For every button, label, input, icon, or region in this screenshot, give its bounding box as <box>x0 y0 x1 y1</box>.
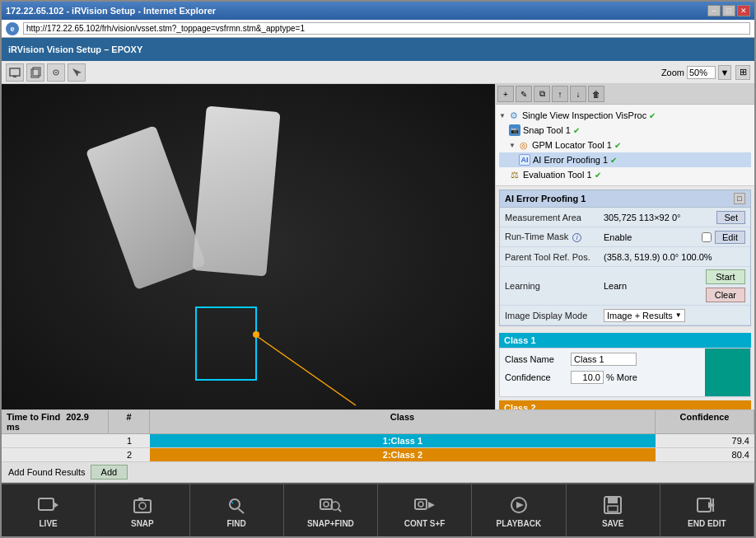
expand-btn[interactable]: ⊞ <box>735 65 750 80</box>
mask-value: Enable <box>604 232 702 242</box>
start-button[interactable]: Start <box>706 269 745 284</box>
class1-section: Class 1 Class Name Confidence % More <box>499 333 751 397</box>
right-btn-add[interactable]: + <box>497 86 514 102</box>
toolbar-btn-2[interactable] <box>26 63 44 82</box>
info-icon: i <box>572 233 581 242</box>
live-label: LIVE <box>40 519 58 528</box>
config-expand-btn[interactable]: □ <box>734 193 745 204</box>
main-area: + ✎ ⧉ ↑ ↓ 🗑 ▼ ⚙ Single View Inspection V… <box>2 84 754 409</box>
class1-thumbnail <box>705 349 750 396</box>
result-empty-1 <box>2 440 109 442</box>
tree-label-4: Evaluation Tool 1 <box>523 170 592 180</box>
add-button[interactable]: Add <box>91 465 128 480</box>
toolbar-btn-4[interactable] <box>68 63 86 82</box>
right-panel: + ✎ ⧉ ↑ ↓ 🗑 ▼ ⚙ Single View Inspection V… <box>495 84 754 409</box>
svg-rect-20 <box>415 499 427 509</box>
cont-sf-label: CONT S+F <box>404 519 446 528</box>
config-header: AI Error Proofing 1 □ <box>500 190 750 208</box>
svg-rect-26 <box>608 497 618 503</box>
add-found-label: Add Found Results <box>8 467 86 477</box>
toolbar-btn-3[interactable] <box>47 63 65 82</box>
tree-item-visProc[interactable]: ▼ ⚙ Single View Inspection VisProc ✔ <box>499 108 751 123</box>
minimize-button[interactable]: − <box>707 5 721 16</box>
live-icon <box>35 494 62 517</box>
tree-label-2: GPM Locator Tool 1 <box>532 140 612 150</box>
live-button[interactable]: LIVE <box>2 484 96 536</box>
learning-label: Learning <box>505 281 604 291</box>
right-btn-edit[interactable]: ✎ <box>516 86 532 102</box>
svg-marker-9 <box>54 502 58 508</box>
playback-label: PLAYBACK <box>497 519 542 528</box>
config-panel: AI Error Proofing 1 □ Measurement Area 3… <box>499 189 751 326</box>
config-row-parent: Parent Tool Ref. Pos. (358.3, 519.9) 0.0… <box>500 247 750 267</box>
learning-value: Learn <box>604 281 706 291</box>
save-icon <box>600 494 626 517</box>
cont-sf-button[interactable]: CONT S+F <box>378 484 472 536</box>
config-row-display: Image Display Mode Image + Results▼ <box>500 306 750 325</box>
svg-marker-22 <box>428 502 435 508</box>
class1-conf-input[interactable] <box>571 371 604 384</box>
locator-icon: ◎ <box>518 139 530 151</box>
ai-icon: AI <box>519 154 530 166</box>
snap-find-label: SNAP+FIND <box>307 519 354 528</box>
check-4: ✔ <box>595 171 601 180</box>
class2-header-label: Class 2 <box>504 403 536 409</box>
result-class-2: 2:Class 2 <box>150 448 656 461</box>
result-row-1: 1 1:Class 1 79.4 <box>2 434 754 448</box>
snap-button[interactable]: SNAP <box>96 484 189 536</box>
toolbar-btn-1[interactable] <box>6 63 24 82</box>
set-button[interactable]: Set <box>716 211 745 224</box>
tree-item-gpm[interactable]: ▼ ◎ GPM Locator Tool 1 ✔ <box>499 138 751 152</box>
meas-area-value: 305,725 113×92 0° <box>604 213 716 222</box>
tree-item-snap[interactable]: 📷 Snap Tool 1 ✔ <box>499 123 751 138</box>
save-button[interactable]: SAVE <box>567 484 660 536</box>
class1-header: Class 1 <box>499 333 751 348</box>
class1-name-input[interactable] <box>571 353 637 366</box>
close-button[interactable]: ✕ <box>737 5 750 16</box>
end-edit-icon <box>693 494 720 517</box>
svg-marker-6 <box>72 68 82 77</box>
tree-panel: ▼ ⚙ Single View Inspection VisProc ✔ 📷 S… <box>496 105 754 186</box>
svg-line-7 <box>254 334 356 405</box>
address-input[interactable] <box>23 22 750 35</box>
snap-find-icon <box>317 494 343 517</box>
tree-label-3: AI Error Proofing 1 <box>533 155 608 165</box>
zoom-dropdown-btn[interactable]: ▼ <box>718 65 731 80</box>
tree-arrow-2: ▼ <box>509 142 516 149</box>
tree-item-ai[interactable]: AI AI Error Proofing 1 ✔ <box>499 152 751 167</box>
dropdown-arrow: ▼ <box>675 311 682 319</box>
maximize-button[interactable]: □ <box>722 5 735 16</box>
check-2: ✔ <box>614 141 621 150</box>
image-panel <box>2 84 495 409</box>
playback-icon <box>506 494 532 517</box>
display-select[interactable]: Image + Results▼ <box>604 309 685 322</box>
svg-marker-24 <box>516 502 524 508</box>
end-edit-button[interactable]: END EDIT <box>660 484 754 536</box>
zoom-input[interactable] <box>687 66 716 79</box>
svg-rect-27 <box>608 506 618 512</box>
check-1: ✔ <box>573 126 580 135</box>
svg-line-19 <box>338 509 341 512</box>
tree-item-eval[interactable]: ⚖ Evaluation Tool 1 ✔ <box>499 167 751 182</box>
svg-line-14 <box>239 508 245 513</box>
snap-find-button[interactable]: SNAP+FIND <box>284 484 378 536</box>
edit-button[interactable]: Edit <box>715 231 745 244</box>
settings-icon <box>50 67 62 78</box>
mask-checkbox[interactable] <box>702 232 712 242</box>
right-btn-copy[interactable]: ⧉ <box>534 86 550 102</box>
playback-button[interactable]: PLAYBACK <box>472 484 566 536</box>
find-button[interactable]: FIND <box>190 484 284 536</box>
config-header-title: AI Error Proofing 1 <box>505 194 586 204</box>
header-class: Class <box>150 410 656 433</box>
check-0: ✔ <box>649 111 656 120</box>
parent-value: (358.3, 519.9) 0.0° 100.0% <box>604 252 745 262</box>
right-btn-move-up[interactable]: ↑ <box>552 86 568 102</box>
right-btn-move-down[interactable]: ↓ <box>570 86 586 102</box>
time-label: Time to Find <box>7 412 60 422</box>
right-btn-delete[interactable]: 🗑 <box>588 86 604 102</box>
svg-point-11 <box>139 503 146 509</box>
svg-rect-16 <box>320 499 332 509</box>
screen-icon <box>9 67 21 78</box>
clear-button[interactable]: Clear <box>706 288 745 302</box>
svg-rect-12 <box>138 498 143 501</box>
